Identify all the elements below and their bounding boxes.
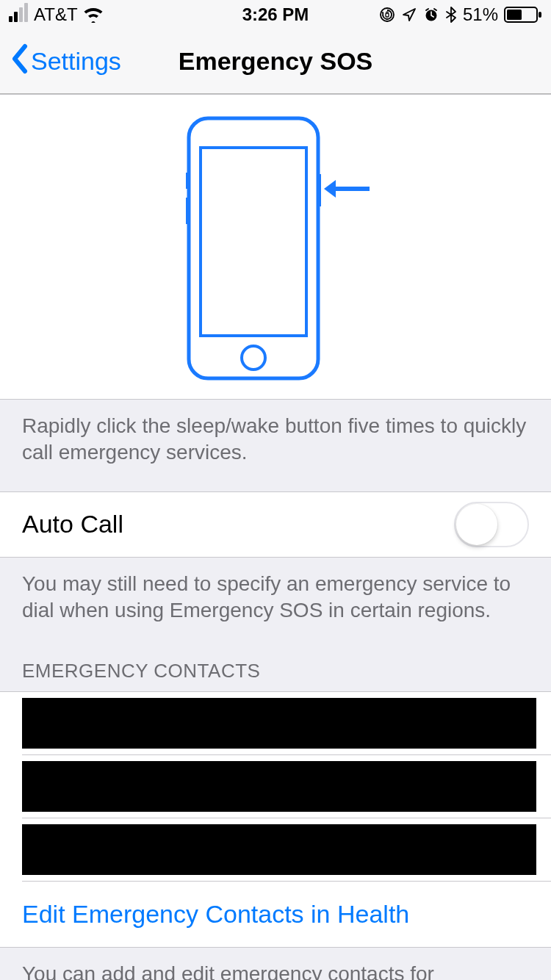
status-bar: AT&T 3:26 PM 51% [0,0,551,29]
redacted-contact [22,761,536,812]
rotation-lock-icon [379,7,395,23]
instruction-illustration [0,94,551,400]
back-label: Settings [31,47,121,76]
redacted-contact [22,824,536,875]
svg-point-8 [242,346,265,370]
auto-call-row[interactable]: Auto Call [0,491,551,558]
emergency-contacts-list: Edit Emergency Contacts in Health [0,691,551,948]
svg-rect-9 [186,173,189,189]
alarm-icon [423,7,439,23]
emergency-contacts-header: EMERGENCY CONTACTS [0,630,551,691]
bluetooth-icon [445,6,457,24]
wifi-icon [82,7,104,23]
svg-rect-1 [386,13,389,17]
page-title: Emergency SOS [179,47,373,76]
edit-contacts-link: Edit Emergency Contacts in Health [22,900,409,929]
auto-call-switch[interactable] [454,502,529,547]
nav-bar: Settings Emergency SOS [0,29,551,94]
battery-percentage: 51% [463,4,498,25]
contact-row[interactable] [22,818,551,882]
svg-rect-7 [201,148,306,336]
battery-icon [504,6,542,24]
svg-rect-6 [189,118,318,378]
cellular-signal-icon [9,7,28,22]
redacted-contact [22,698,536,749]
location-icon [401,7,417,23]
carrier-label: AT&T [34,4,78,25]
svg-rect-10 [186,198,189,224]
status-left: AT&T [9,4,242,25]
chevron-left-icon [10,43,28,79]
back-button[interactable]: Settings [10,43,121,79]
svg-rect-11 [318,174,321,206]
instruction-caption: Rapidly click the sleep/wake button five… [0,400,551,491]
clock: 3:26 PM [242,4,309,25]
svg-rect-4 [507,10,522,20]
auto-call-footer: You may still need to specify an emergen… [0,558,551,630]
contact-row[interactable] [22,755,551,818]
contact-row[interactable] [22,692,551,755]
edit-contacts-row[interactable]: Edit Emergency Contacts in Health [0,882,551,948]
contacts-footer: You can add and edit emergency contacts … [0,948,551,980]
auto-call-label: Auto Call [22,510,123,538]
phone-sleepwake-diagram-icon [180,115,371,381]
svg-rect-5 [539,12,541,18]
status-right: 51% [309,4,542,25]
